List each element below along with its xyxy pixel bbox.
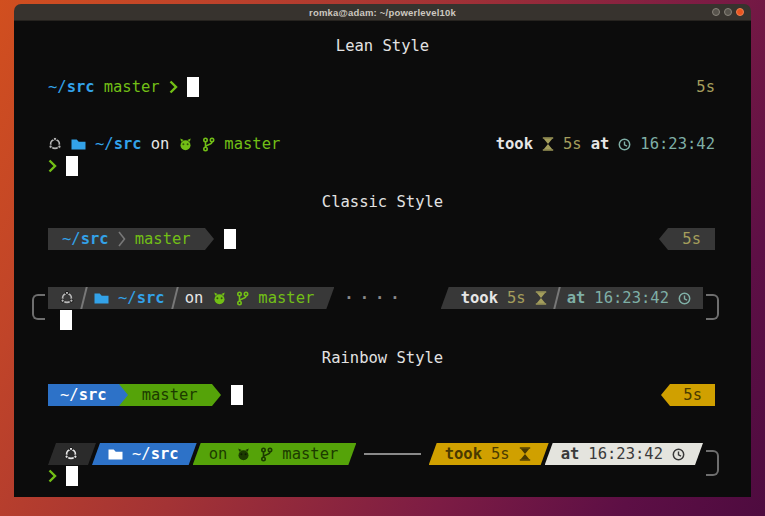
heading-text: Rainbow Style [322, 349, 443, 367]
window-titlebar[interactable]: romka@adam: ~/powerlevel10k [14, 4, 751, 21]
terminal-cursor [187, 77, 199, 97]
section-heading-classic: Classic Style [14, 191, 751, 213]
terminal-cursor [231, 385, 243, 405]
current-directory: ~/src [118, 289, 165, 307]
ubuntu-os-icon [48, 137, 62, 151]
powerline-segment-dir: ~/src [92, 443, 197, 465]
powerline-segment-dir: ~/src [48, 384, 119, 406]
at-label: at [591, 135, 610, 153]
took-label: took [445, 445, 482, 463]
maximize-button[interactable] [724, 8, 732, 16]
powerline-arrow-icon [205, 228, 214, 250]
prompt-chevron-icon [169, 80, 178, 94]
command-duration: 5s [683, 386, 702, 404]
at-label: at [561, 445, 580, 463]
git-branch-icon [260, 447, 273, 462]
hourglass-icon [519, 447, 531, 461]
lean-prompt-full-line2 [14, 155, 751, 177]
rainbow-prompt-full-line1: ~/src on master took 5s [14, 443, 751, 465]
git-branch-label: master [282, 445, 338, 463]
folder-icon [71, 138, 86, 151]
current-time: 16:23:42 [588, 445, 663, 463]
terminal-screen[interactable]: Lean Style ~/src master 5s ~/src on [14, 21, 751, 497]
command-duration: 5s [563, 135, 582, 153]
gap-dots: ···· [344, 289, 405, 307]
current-directory: ~/src [62, 230, 109, 248]
rainbow-prompt-full-line2 [14, 465, 751, 487]
on-label: on [185, 289, 204, 307]
git-branch-label: master [104, 78, 160, 96]
git-branch-label: master [224, 135, 280, 153]
classic-prompt-full-line2 [14, 309, 751, 331]
prompt-chevron-icon [48, 469, 57, 483]
git-branch-label: master [258, 289, 314, 307]
took-label: took [496, 135, 533, 153]
took-label: took [461, 289, 498, 307]
command-duration: 5s [682, 230, 701, 248]
ubuntu-os-icon [60, 291, 74, 305]
prompt-chevron-icon [48, 159, 57, 173]
current-directory: ~/src [132, 445, 179, 463]
window-controls [712, 8, 744, 16]
close-button[interactable] [736, 8, 744, 16]
powerline-segment-branch: master [128, 384, 212, 406]
powerline-segment-time: at 16:23:42 [545, 443, 703, 465]
hourglass-icon [542, 137, 554, 151]
current-directory: ~/src [95, 135, 142, 153]
powerline-arrow-icon [661, 384, 670, 406]
powerline-segment-branch: on master [193, 443, 357, 465]
classic-prompt-basic: ~/src master 5s [14, 228, 751, 250]
minimize-button[interactable] [712, 8, 720, 16]
clock-icon [618, 138, 631, 151]
powerline-segment-right: took 5s at 16:23:42 [441, 287, 703, 309]
hourglass-icon [535, 291, 547, 305]
powerline-segment-duration: 5s [670, 384, 715, 406]
terminal-cursor [60, 310, 72, 330]
slash-separator [553, 287, 560, 309]
heading-text: Lean Style [336, 37, 429, 55]
segment-separator-icon [118, 230, 126, 248]
folder-icon [108, 448, 123, 461]
command-duration: 5s [507, 289, 526, 307]
on-label: on [151, 135, 170, 153]
current-time: 16:23:42 [640, 135, 715, 153]
window-title: romka@adam: ~/powerlevel10k [309, 7, 456, 18]
terminal-cursor [66, 466, 78, 486]
lean-prompt-full-line1: ~/src on master took 5s at 16:23:42 [14, 133, 751, 155]
current-directory: ~/src [60, 386, 107, 404]
at-label: at [567, 289, 586, 307]
powerline-arrow-icon [119, 384, 128, 406]
powerline-segment-duration: 5s [668, 228, 715, 250]
git-branch-label: master [135, 230, 191, 248]
heading-text: Classic Style [322, 193, 443, 211]
clock-icon [672, 448, 685, 461]
git-branch-icon [236, 291, 249, 306]
slash-separator [80, 287, 87, 309]
powerline-arrow-icon [659, 228, 668, 250]
command-duration: 5s [491, 445, 510, 463]
git-branch-icon [202, 137, 215, 152]
slash-separator [171, 287, 178, 309]
powerline-arrow-icon [212, 384, 221, 406]
github-octocat-icon [212, 292, 227, 305]
segment-junction [119, 384, 128, 406]
github-octocat-icon [236, 448, 251, 461]
terminal-cursor [66, 156, 78, 176]
section-heading-rainbow: Rainbow Style [14, 347, 751, 369]
on-label: on [209, 445, 228, 463]
terminal-cursor [224, 229, 236, 249]
command-duration: 5s [696, 78, 715, 96]
lean-prompt-basic: ~/src master 5s [14, 76, 751, 98]
git-branch-label: master [142, 386, 198, 404]
ubuntu-os-icon [64, 447, 78, 461]
current-directory: ~/src [48, 78, 95, 96]
gap-line [364, 453, 420, 455]
section-heading-lean: Lean Style [14, 35, 751, 57]
clock-icon [678, 292, 691, 305]
terminal-window: romka@adam: ~/powerlevel10k Lean Style ~… [14, 4, 751, 497]
powerline-segment-dir-branch: ~/src master [48, 228, 205, 250]
github-octocat-icon [178, 138, 193, 151]
current-time: 16:23:42 [594, 289, 669, 307]
folder-icon [94, 292, 109, 305]
powerline-segment-os [48, 443, 96, 465]
